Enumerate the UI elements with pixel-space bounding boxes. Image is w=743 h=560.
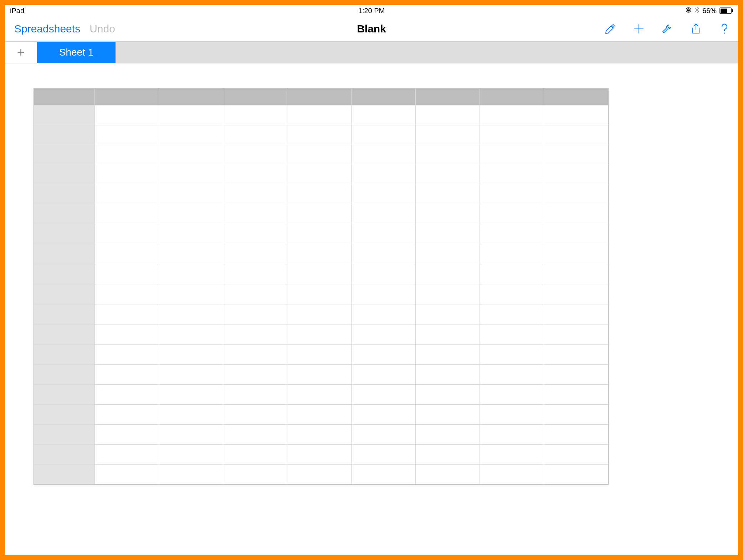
cell[interactable] xyxy=(159,105,223,125)
cell[interactable] xyxy=(95,425,159,445)
cell[interactable] xyxy=(95,105,159,125)
row-header[interactable] xyxy=(34,465,95,484)
cell[interactable] xyxy=(480,105,544,125)
cell[interactable] xyxy=(416,305,480,325)
cell[interactable] xyxy=(544,105,608,125)
cell[interactable] xyxy=(159,265,223,285)
cell[interactable] xyxy=(544,385,608,405)
cell[interactable] xyxy=(287,385,352,405)
row-header[interactable] xyxy=(34,345,95,365)
cell[interactable] xyxy=(416,245,480,265)
cell[interactable] xyxy=(95,445,159,465)
cell[interactable] xyxy=(416,185,480,205)
cell[interactable] xyxy=(159,365,223,385)
cell[interactable] xyxy=(95,205,159,225)
cell[interactable] xyxy=(159,165,223,185)
cell[interactable] xyxy=(416,125,480,145)
cell[interactable] xyxy=(159,305,223,325)
column-header[interactable] xyxy=(544,89,608,105)
cell[interactable] xyxy=(352,445,416,465)
cell[interactable] xyxy=(352,105,416,125)
column-header[interactable] xyxy=(223,89,287,105)
cell[interactable] xyxy=(95,225,159,245)
wrench-icon[interactable] xyxy=(661,22,674,35)
cell[interactable] xyxy=(95,125,159,145)
cell[interactable] xyxy=(223,165,287,185)
cell[interactable] xyxy=(416,105,480,125)
cell[interactable] xyxy=(352,465,416,484)
cell[interactable] xyxy=(480,145,544,165)
share-icon[interactable] xyxy=(690,22,702,35)
cell[interactable] xyxy=(95,265,159,285)
row-header[interactable] xyxy=(34,265,95,285)
cell[interactable] xyxy=(223,325,287,345)
cell[interactable] xyxy=(223,345,287,365)
undo-button[interactable]: Undo xyxy=(89,23,115,35)
cell[interactable] xyxy=(544,365,608,385)
cell[interactable] xyxy=(159,225,223,245)
row-header[interactable] xyxy=(34,245,95,265)
column-header[interactable] xyxy=(480,89,544,105)
row-header[interactable] xyxy=(34,325,95,345)
sheet-canvas[interactable] xyxy=(5,63,738,555)
cell[interactable] xyxy=(352,305,416,325)
row-header[interactable] xyxy=(34,365,95,385)
cell[interactable] xyxy=(159,325,223,345)
row-header[interactable] xyxy=(34,205,95,225)
cell[interactable] xyxy=(287,205,352,225)
cell[interactable] xyxy=(480,365,544,385)
cell[interactable] xyxy=(159,345,223,365)
cell[interactable] xyxy=(544,165,608,185)
row-header[interactable] xyxy=(34,385,95,405)
cell[interactable] xyxy=(287,345,352,365)
cell[interactable] xyxy=(416,425,480,445)
cell[interactable] xyxy=(416,385,480,405)
cell[interactable] xyxy=(480,325,544,345)
column-header[interactable] xyxy=(352,89,416,105)
cell[interactable] xyxy=(95,165,159,185)
row-header[interactable] xyxy=(34,185,95,205)
cell[interactable] xyxy=(544,425,608,445)
cell[interactable] xyxy=(159,465,223,484)
cell[interactable] xyxy=(159,205,223,225)
cell[interactable] xyxy=(416,145,480,165)
cell[interactable] xyxy=(95,145,159,165)
cell[interactable] xyxy=(223,365,287,385)
add-sheet-button[interactable]: + xyxy=(5,42,37,63)
cell[interactable] xyxy=(159,385,223,405)
cell[interactable] xyxy=(416,345,480,365)
cell[interactable] xyxy=(544,145,608,165)
cell[interactable] xyxy=(287,145,352,165)
cell[interactable] xyxy=(416,205,480,225)
row-header[interactable] xyxy=(34,405,95,425)
cell[interactable] xyxy=(352,405,416,425)
cell[interactable] xyxy=(352,165,416,185)
cell[interactable] xyxy=(352,245,416,265)
column-header[interactable] xyxy=(95,89,159,105)
cell[interactable] xyxy=(416,465,480,484)
cell[interactable] xyxy=(480,465,544,484)
cell[interactable] xyxy=(159,405,223,425)
cell[interactable] xyxy=(223,145,287,165)
cell[interactable] xyxy=(416,265,480,285)
cell[interactable] xyxy=(352,145,416,165)
row-header[interactable] xyxy=(34,425,95,445)
cell[interactable] xyxy=(95,245,159,265)
cell[interactable] xyxy=(480,425,544,445)
cell[interactable] xyxy=(416,325,480,345)
cell[interactable] xyxy=(223,305,287,325)
cell[interactable] xyxy=(95,345,159,365)
cell[interactable] xyxy=(95,185,159,205)
cell[interactable] xyxy=(416,225,480,245)
plus-icon[interactable] xyxy=(632,22,645,35)
cell[interactable] xyxy=(544,265,608,285)
row-header[interactable] xyxy=(34,125,95,145)
cell[interactable] xyxy=(223,125,287,145)
cell[interactable] xyxy=(480,225,544,245)
cell[interactable] xyxy=(544,325,608,345)
cell[interactable] xyxy=(223,285,287,305)
cell[interactable] xyxy=(352,325,416,345)
cell[interactable] xyxy=(95,365,159,385)
cell[interactable] xyxy=(544,405,608,425)
cell[interactable] xyxy=(223,465,287,484)
